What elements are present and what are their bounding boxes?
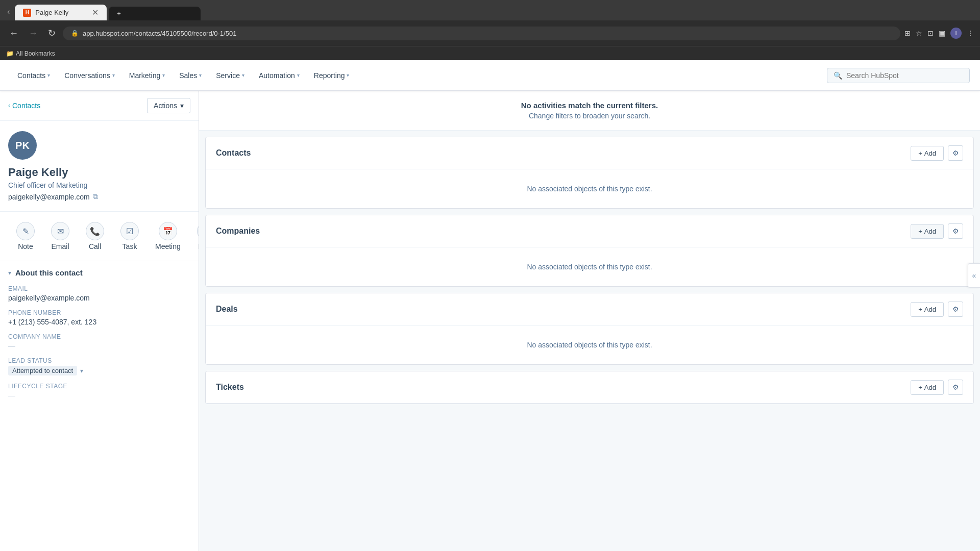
- lead-status-dropdown-icon[interactable]: ▾: [80, 367, 83, 374]
- task-label: Task: [122, 242, 137, 251]
- email-icon-circle: ✉: [51, 222, 69, 240]
- main-content: No activities match the current filters.…: [199, 91, 980, 551]
- nav-item-automation[interactable]: Automation ▾: [252, 60, 307, 91]
- contact-name: Paige Kelly: [8, 166, 190, 179]
- action-task[interactable]: ☑ Task: [112, 218, 147, 255]
- back-arrow-icon: ‹: [8, 102, 10, 109]
- collapse-panel-button[interactable]: «: [968, 263, 980, 288]
- contact-avatar: PK: [8, 131, 37, 160]
- section-companies-title: Companies: [216, 227, 260, 236]
- section-companies: Companies + Add ⚙ No associated objects …: [205, 215, 974, 287]
- extensions-icon[interactable]: ⊡: [927, 29, 934, 37]
- star-icon[interactable]: ☆: [916, 29, 922, 37]
- sidebar-icon[interactable]: ▣: [939, 29, 945, 37]
- breadcrumb[interactable]: ‹ Contacts: [8, 102, 40, 110]
- search-input[interactable]: [846, 71, 963, 80]
- address-bar[interactable]: 🔒 app.hubspot.com/contacts/45105500/reco…: [63, 27, 900, 40]
- nav-label-sales: Sales: [179, 71, 197, 80]
- action-icons-bar: ✎ Note ✉ Email 📞 Call ☑ Task: [0, 212, 199, 261]
- about-header[interactable]: ▾ About this contact: [8, 268, 190, 277]
- contact-email-row: paigekelly@example.com ⧉: [8, 192, 190, 201]
- deals-add-button[interactable]: + Add: [911, 302, 944, 317]
- deals-empty-text: No associated objects of this type exist…: [527, 341, 652, 349]
- section-tickets: Tickets + Add ⚙: [205, 371, 974, 404]
- tab-bar: ‹ H Paige Kelly ✕ +: [0, 0, 980, 20]
- tab-nav-back[interactable]: ‹: [4, 6, 13, 17]
- action-email[interactable]: ✉ Email: [43, 218, 78, 255]
- contacts-gear-button[interactable]: ⚙: [948, 145, 963, 161]
- bookmarks-label[interactable]: All Bookmarks: [16, 50, 55, 57]
- nav-item-contacts[interactable]: Contacts ▾: [10, 60, 57, 91]
- tickets-add-button[interactable]: + Add: [911, 380, 944, 395]
- action-call[interactable]: 📞 Call: [78, 218, 112, 255]
- tab-close-icon[interactable]: ✕: [92, 8, 99, 17]
- section-deals-title: Deals: [216, 305, 238, 314]
- email-icon: ✉: [57, 227, 64, 236]
- section-deals: Deals + Add ⚙ No associated objects of t…: [205, 293, 974, 365]
- tickets-gear-button[interactable]: ⚙: [948, 380, 963, 395]
- action-note[interactable]: ✎ Note: [8, 218, 43, 255]
- field-email: Email paigekelly@example.com: [8, 285, 190, 302]
- nav-chevron-conversations: ▾: [112, 72, 115, 78]
- menu-icon[interactable]: ⋮: [967, 29, 974, 37]
- section-contacts-body: No associated objects of this type exist…: [206, 169, 973, 208]
- action-more[interactable]: ••• More: [189, 218, 199, 255]
- deals-gear-button[interactable]: ⚙: [948, 302, 963, 317]
- section-deals-actions: + Add ⚙: [911, 302, 963, 317]
- companies-add-button[interactable]: + Add: [911, 224, 944, 239]
- browser-actions: ⊞ ☆ ⊡ ▣ I ⋮: [904, 28, 974, 39]
- companies-add-plus-icon: +: [918, 228, 922, 235]
- forward-button[interactable]: →: [26, 26, 41, 41]
- hs-navbar: Contacts ▾ Conversations ▾ Marketing ▾ S…: [0, 60, 980, 91]
- lock-icon: 🔒: [71, 30, 79, 37]
- nav-item-service[interactable]: Service ▾: [209, 60, 252, 91]
- contact-title: Chief officer of Marketing: [8, 181, 190, 189]
- section-contacts-header: Contacts + Add ⚙: [206, 137, 973, 169]
- field-email-label: Email: [8, 285, 190, 292]
- field-company: Company name —: [8, 333, 190, 350]
- field-company-value: —: [8, 342, 190, 350]
- browser-toolbar: ← → ↻ 🔒 app.hubspot.com/contacts/4510550…: [0, 20, 980, 46]
- nav-item-reporting[interactable]: Reporting ▾: [307, 60, 357, 91]
- nav-item-marketing[interactable]: Marketing ▾: [122, 60, 172, 91]
- profile-icon[interactable]: I: [950, 28, 962, 39]
- copy-icon[interactable]: ⧉: [93, 192, 98, 201]
- about-title: About this contact: [15, 268, 83, 277]
- active-tab[interactable]: H Paige Kelly ✕: [15, 5, 107, 20]
- back-button[interactable]: ←: [6, 26, 21, 41]
- action-meeting[interactable]: 📅 Meeting: [147, 218, 189, 255]
- section-deals-body: No associated objects of this type exist…: [206, 325, 973, 364]
- nav-chevron-marketing: ▾: [162, 72, 165, 78]
- lead-status-row: Attempted to contact ▾: [8, 366, 190, 375]
- section-companies-header: Companies + Add ⚙: [206, 215, 973, 247]
- section-tickets-header: Tickets + Add ⚙: [206, 371, 973, 404]
- actions-button[interactable]: Actions ▾: [147, 98, 190, 113]
- contacts-add-plus-icon: +: [918, 149, 922, 157]
- call-label: Call: [89, 242, 101, 251]
- hs-search-bar[interactable]: 🔍: [827, 68, 970, 83]
- extension-icon[interactable]: ⊞: [904, 29, 911, 37]
- note-icon-circle: ✎: [16, 222, 35, 240]
- nav-item-sales[interactable]: Sales ▾: [172, 60, 209, 91]
- empty-banner-title: No activities match the current filters.: [209, 101, 970, 110]
- meeting-icon-circle: 📅: [159, 222, 177, 240]
- nav-chevron-automation: ▾: [297, 72, 300, 78]
- new-tab-btn[interactable]: +: [109, 7, 201, 20]
- deals-gear-icon: ⚙: [952, 305, 959, 313]
- field-email-value: paigekelly@example.com: [8, 294, 190, 302]
- field-phone-label: Phone number: [8, 309, 190, 316]
- nav-item-conversations[interactable]: Conversations ▾: [57, 60, 122, 91]
- reload-button[interactable]: ↻: [45, 26, 59, 41]
- about-chevron-icon: ▾: [8, 269, 11, 277]
- field-lead-status: Lead status Attempted to contact ▾: [8, 357, 190, 375]
- nav-label-service: Service: [216, 71, 240, 80]
- contact-profile: PK Paige Kelly Chief officer of Marketin…: [0, 121, 199, 212]
- field-lifecycle-label: Lifecycle stage: [8, 383, 190, 390]
- companies-gear-button[interactable]: ⚙: [948, 223, 963, 239]
- avatar-initials: PK: [15, 140, 30, 152]
- section-contacts-actions: + Add ⚙: [911, 145, 963, 161]
- section-contacts-title: Contacts: [216, 148, 251, 158]
- empty-activities-banner: No activities match the current filters.…: [199, 91, 980, 131]
- tickets-gear-icon: ⚙: [952, 383, 959, 391]
- contacts-add-button[interactable]: + Add: [911, 146, 944, 161]
